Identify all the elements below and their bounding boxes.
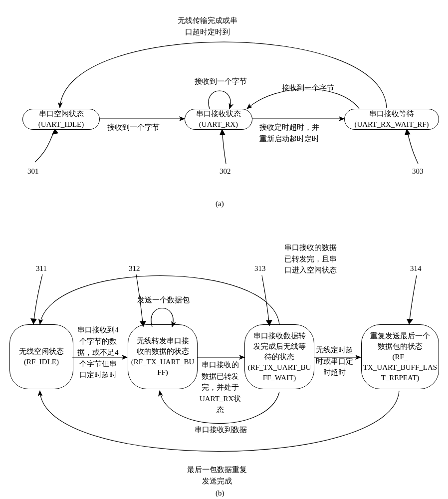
state-label: 串口空闲状态	[39, 109, 84, 119]
sublabel-a: (a)	[216, 200, 224, 208]
state-label-l4: (RF_TX_UART_BU	[248, 362, 311, 373]
state-label-l4: TX_UART_BUFF_LAS	[363, 362, 437, 373]
state-uart-idle: 串口空闲状态 (UART_IDLE)	[22, 109, 100, 130]
ref-302: 302	[220, 166, 231, 177]
label-tx-to-wait: 串口接收的 数据已转发 完，并处于 UART_RX状 态	[200, 359, 241, 416]
state-label-l4: FF)	[157, 367, 168, 378]
label-wait-to-idle: 无线传输完成或串 口超时定时到	[178, 15, 237, 37]
ref-314: 314	[410, 263, 422, 274]
label-idle-to-tx: 串口接收到4 个字节的数 据，或不足4 个字节但串 口定时超时	[77, 324, 119, 381]
label-wait-to-rx: 接收到一个字节	[282, 82, 334, 94]
sublabel-b: (b)	[216, 489, 224, 498]
state-label-l1: 重复发送最后一个	[370, 331, 430, 341]
state-label-l5: FF_WAIT)	[263, 373, 296, 383]
state-uart-rx: 串口接收状态 (UART_RX)	[185, 109, 252, 130]
label-wait-to-tx-bottom: 串口接收到数据	[195, 424, 247, 436]
state-label-l3: (RF_	[393, 352, 408, 362]
label-wait-to-repeat: 无线定时超 时或串口定 时超时	[316, 344, 353, 378]
state-label-l3: (RF_TX_UART_BU	[131, 357, 195, 367]
state-label-l3: 待的状态	[264, 352, 294, 362]
state-label-l1: 无线转发串口接	[137, 336, 189, 346]
state-label-l1: 串口接收数据转	[253, 331, 306, 341]
state-rf-tx-wait: 串口接收数据转 发完成后无线等 待的状态 (RF_TX_UART_BU FF_W…	[244, 324, 314, 389]
state-label-l5: T_REPEAT)	[381, 373, 420, 383]
label-repeat-to-idle: 最后一包数据重复 发送完成	[187, 464, 247, 487]
state-code: (UART_IDLE)	[38, 119, 84, 130]
state-code: (RF_IDLE)	[24, 357, 59, 367]
ref-303: 303	[412, 166, 424, 177]
state-label-l2: 数据包的状态	[378, 341, 423, 352]
label-wait-to-idle-top: 串口接收的数据 已转发完，且串 口进入空闲状态	[284, 242, 337, 276]
ref-311: 311	[36, 263, 47, 274]
state-code: (UART_RX)	[199, 119, 238, 130]
label-rx-loop: 接收到一个字节	[195, 76, 247, 87]
state-rf-tx-buff: 无线转发串口接 收的数据的状态 (RF_TX_UART_BU FF)	[128, 324, 198, 389]
state-uart-rx-wait: 串口接收等待 (UART_RX_WAIT_RF)	[344, 109, 439, 130]
state-label-l2: 收的数据的状态	[137, 346, 189, 357]
state-label: 无线空闲状态	[19, 346, 64, 357]
state-label: 串口接收状态	[196, 109, 241, 119]
state-rf-idle: 无线空闲状态 (RF_IDLE)	[9, 324, 73, 389]
label-rx-to-wait: 接收定时超时，并 重新启动超时定时	[259, 122, 319, 144]
state-label-l2: 发完成后无线等	[253, 341, 306, 352]
state-code: (UART_RX_WAIT_RF)	[354, 119, 429, 130]
state-label: 串口接收等待	[369, 109, 414, 119]
ref-313: 313	[254, 263, 266, 274]
label-idle-to-rx: 接收到一个字节	[107, 122, 160, 133]
ref-312: 312	[129, 263, 140, 274]
state-rf-repeat: 重复发送最后一个 数据包的状态 (RF_ TX_UART_BUFF_LAS T_…	[361, 324, 439, 389]
ref-301: 301	[27, 166, 39, 177]
label-tx-loop: 发送一个数据包	[137, 294, 190, 306]
